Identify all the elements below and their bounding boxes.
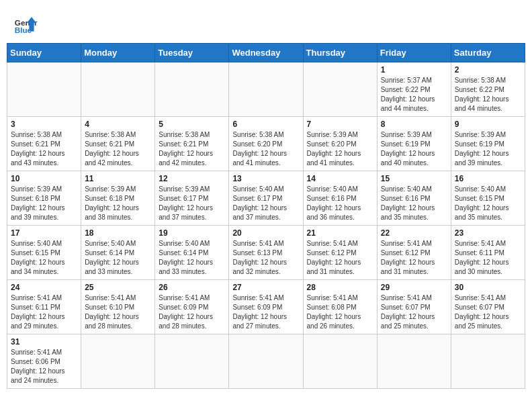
calendar-cell: 4Sunrise: 5:38 AM Sunset: 6:21 PM Daylig…: [81, 117, 155, 171]
day-info: Sunrise: 5:39 AM Sunset: 6:19 PM Dayligh…: [381, 130, 447, 168]
day-number: 9: [455, 120, 521, 129]
day-info: Sunrise: 5:38 AM Sunset: 6:21 PM Dayligh…: [11, 130, 77, 168]
calendar-cell: 17Sunrise: 5:40 AM Sunset: 6:15 PM Dayli…: [7, 226, 81, 280]
calendar-cell: 5Sunrise: 5:38 AM Sunset: 6:21 PM Daylig…: [155, 117, 229, 171]
day-header-saturday: Saturday: [451, 44, 525, 62]
calendar-cell: 28Sunrise: 5:41 AM Sunset: 6:08 PM Dayli…: [303, 280, 377, 334]
calendar-cell: [303, 62, 377, 117]
day-number: 16: [455, 174, 521, 183]
day-info: Sunrise: 5:38 AM Sunset: 6:21 PM Dayligh…: [159, 130, 225, 168]
day-info: Sunrise: 5:41 AM Sunset: 6:11 PM Dayligh…: [455, 239, 521, 277]
header: General Blue: [7, 7, 525, 40]
day-info: Sunrise: 5:40 AM Sunset: 6:14 PM Dayligh…: [159, 239, 225, 277]
day-info: Sunrise: 5:40 AM Sunset: 6:16 PM Dayligh…: [307, 185, 373, 222]
day-info: Sunrise: 5:39 AM Sunset: 6:18 PM Dayligh…: [11, 185, 77, 222]
day-number: 18: [85, 228, 151, 238]
day-info: Sunrise: 5:39 AM Sunset: 6:18 PM Dayligh…: [85, 185, 151, 222]
calendar-cell: 23Sunrise: 5:41 AM Sunset: 6:11 PM Dayli…: [451, 226, 525, 280]
day-number: 6: [232, 120, 299, 129]
day-number: 23: [455, 228, 521, 238]
calendar-cell: 8Sunrise: 5:39 AM Sunset: 6:19 PM Daylig…: [377, 117, 451, 171]
calendar-cell: 6Sunrise: 5:38 AM Sunset: 6:20 PM Daylig…: [229, 117, 303, 171]
calendar-cell: [155, 62, 229, 117]
calendar-cell: 24Sunrise: 5:41 AM Sunset: 6:11 PM Dayli…: [7, 280, 81, 334]
day-header-friday: Friday: [377, 44, 451, 62]
day-info: Sunrise: 5:41 AM Sunset: 6:13 PM Dayligh…: [232, 239, 299, 277]
day-info: Sunrise: 5:41 AM Sunset: 6:10 PM Dayligh…: [85, 293, 151, 331]
calendar-cell: [229, 334, 303, 389]
day-number: 28: [307, 283, 373, 292]
day-number: 29: [381, 283, 447, 292]
day-info: Sunrise: 5:41 AM Sunset: 6:11 PM Dayligh…: [11, 293, 77, 331]
calendar-cell: 12Sunrise: 5:39 AM Sunset: 6:17 PM Dayli…: [155, 171, 229, 226]
day-number: 14: [307, 174, 373, 183]
calendar-cell: [229, 62, 303, 117]
day-info: Sunrise: 5:40 AM Sunset: 6:17 PM Dayligh…: [232, 185, 299, 222]
day-number: 5: [159, 120, 225, 129]
day-info: Sunrise: 5:41 AM Sunset: 6:07 PM Dayligh…: [381, 293, 447, 331]
calendar-header-row: SundayMondayTuesdayWednesdayThursdayFrid…: [7, 44, 525, 62]
day-number: 24: [11, 283, 77, 292]
day-info: Sunrise: 5:41 AM Sunset: 6:12 PM Dayligh…: [307, 239, 373, 277]
week-row-5: 24Sunrise: 5:41 AM Sunset: 6:11 PM Dayli…: [7, 280, 525, 334]
day-info: Sunrise: 5:41 AM Sunset: 6:06 PM Dayligh…: [11, 348, 77, 385]
week-row-2: 3Sunrise: 5:38 AM Sunset: 6:21 PM Daylig…: [7, 117, 525, 171]
calendar-cell: 21Sunrise: 5:41 AM Sunset: 6:12 PM Dayli…: [303, 226, 377, 280]
day-info: Sunrise: 5:39 AM Sunset: 6:17 PM Dayligh…: [159, 185, 225, 222]
calendar-cell: 30Sunrise: 5:41 AM Sunset: 6:07 PM Dayli…: [451, 280, 525, 334]
calendar-cell: 22Sunrise: 5:41 AM Sunset: 6:12 PM Dayli…: [377, 226, 451, 280]
day-number: 20: [232, 228, 299, 238]
day-number: 1: [381, 65, 447, 75]
calendar-cell: 25Sunrise: 5:41 AM Sunset: 6:10 PM Dayli…: [81, 280, 155, 334]
day-number: 13: [232, 174, 299, 183]
day-number: 26: [159, 283, 225, 292]
calendar-cell: 19Sunrise: 5:40 AM Sunset: 6:14 PM Dayli…: [155, 226, 229, 280]
day-number: 11: [85, 174, 151, 183]
calendar-cell: [155, 334, 229, 389]
calendar-cell: 7Sunrise: 5:39 AM Sunset: 6:20 PM Daylig…: [303, 117, 377, 171]
day-info: Sunrise: 5:39 AM Sunset: 6:20 PM Dayligh…: [307, 130, 373, 168]
day-info: Sunrise: 5:41 AM Sunset: 6:08 PM Dayligh…: [307, 293, 373, 331]
calendar-cell: [7, 62, 81, 117]
day-info: Sunrise: 5:39 AM Sunset: 6:19 PM Dayligh…: [455, 130, 521, 168]
day-info: Sunrise: 5:40 AM Sunset: 6:15 PM Dayligh…: [455, 185, 521, 222]
day-header-monday: Monday: [81, 44, 155, 62]
calendar-cell: 13Sunrise: 5:40 AM Sunset: 6:17 PM Dayli…: [229, 171, 303, 226]
week-row-6: 31Sunrise: 5:41 AM Sunset: 6:06 PM Dayli…: [7, 334, 525, 389]
calendar-cell: 10Sunrise: 5:39 AM Sunset: 6:18 PM Dayli…: [7, 171, 81, 226]
calendar-table: SundayMondayTuesdayWednesdayThursdayFrid…: [7, 43, 525, 389]
calendar-cell: 2Sunrise: 5:38 AM Sunset: 6:22 PM Daylig…: [451, 62, 525, 117]
calendar-cell: 20Sunrise: 5:41 AM Sunset: 6:13 PM Dayli…: [229, 226, 303, 280]
day-header-wednesday: Wednesday: [229, 44, 303, 62]
week-row-3: 10Sunrise: 5:39 AM Sunset: 6:18 PM Dayli…: [7, 171, 525, 226]
calendar-cell: [451, 334, 525, 389]
calendar-cell: 31Sunrise: 5:41 AM Sunset: 6:06 PM Dayli…: [7, 334, 81, 389]
day-number: 10: [11, 174, 77, 183]
day-info: Sunrise: 5:38 AM Sunset: 6:22 PM Dayligh…: [455, 76, 521, 113]
day-header-thursday: Thursday: [303, 44, 377, 62]
day-number: 27: [232, 283, 299, 292]
calendar-cell: 11Sunrise: 5:39 AM Sunset: 6:18 PM Dayli…: [81, 171, 155, 226]
day-number: 17: [11, 228, 77, 238]
calendar-cell: 9Sunrise: 5:39 AM Sunset: 6:19 PM Daylig…: [451, 117, 525, 171]
logo-icon: General Blue: [13, 12, 38, 36]
day-number: 2: [455, 65, 521, 75]
day-info: Sunrise: 5:41 AM Sunset: 6:07 PM Dayligh…: [455, 293, 521, 331]
day-info: Sunrise: 5:41 AM Sunset: 6:09 PM Dayligh…: [159, 293, 225, 331]
week-row-1: 1Sunrise: 5:37 AM Sunset: 6:22 PM Daylig…: [7, 62, 525, 117]
calendar-cell: 18Sunrise: 5:40 AM Sunset: 6:14 PM Dayli…: [81, 226, 155, 280]
day-number: 30: [455, 283, 521, 292]
day-number: 8: [381, 120, 447, 129]
calendar-cell: 27Sunrise: 5:41 AM Sunset: 6:09 PM Dayli…: [229, 280, 303, 334]
day-info: Sunrise: 5:41 AM Sunset: 6:12 PM Dayligh…: [381, 239, 447, 277]
day-number: 12: [159, 174, 225, 183]
day-number: 31: [11, 337, 77, 347]
calendar-cell: 29Sunrise: 5:41 AM Sunset: 6:07 PM Dayli…: [377, 280, 451, 334]
day-number: 15: [381, 174, 447, 183]
day-number: 19: [159, 228, 225, 238]
calendar-cell: 16Sunrise: 5:40 AM Sunset: 6:15 PM Dayli…: [451, 171, 525, 226]
day-info: Sunrise: 5:40 AM Sunset: 6:16 PM Dayligh…: [381, 185, 447, 222]
logo: General Blue: [13, 12, 38, 36]
week-row-4: 17Sunrise: 5:40 AM Sunset: 6:15 PM Dayli…: [7, 226, 525, 280]
calendar-cell: [81, 62, 155, 117]
